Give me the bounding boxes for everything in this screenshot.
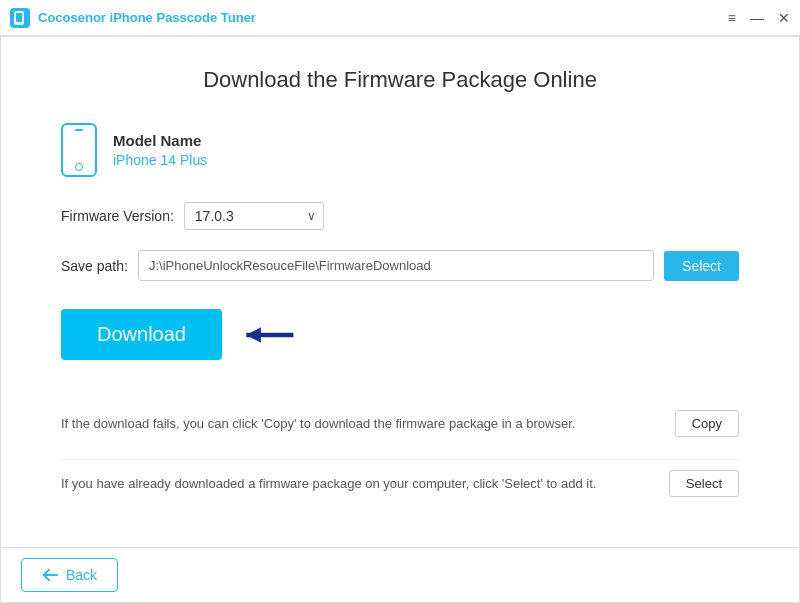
- save-path-input[interactable]: [138, 250, 654, 281]
- info-section: If the download fails, you can click 'Co…: [61, 400, 739, 527]
- back-arrow-icon: [42, 568, 58, 582]
- info-row-select: If you have already downloaded a firmwar…: [61, 459, 739, 507]
- phone-icon: [61, 123, 97, 177]
- model-value: iPhone 14 Plus: [113, 152, 207, 168]
- select-local-button[interactable]: Select: [669, 470, 739, 497]
- model-label: Model Name: [113, 132, 207, 149]
- copy-info-text: If the download fails, you can click 'Co…: [61, 416, 655, 431]
- download-row: Download: [61, 309, 739, 360]
- firmware-select-wrapper: 17.0.3 17.0.2 17.0.1 16.7.2: [184, 202, 324, 230]
- close-button[interactable]: ✕: [778, 11, 790, 25]
- firmware-version-row: Firmware Version: 17.0.3 17.0.2 17.0.1 1…: [61, 202, 739, 230]
- minimize-button[interactable]: —: [750, 11, 764, 25]
- page-title: Download the Firmware Package Online: [61, 67, 739, 93]
- back-label: Back: [66, 567, 97, 583]
- app-icon: [10, 8, 30, 28]
- svg-rect-1: [16, 13, 22, 22]
- content-area: Download the Firmware Package Online Mod…: [1, 37, 799, 547]
- back-button[interactable]: Back: [21, 558, 118, 592]
- footer: Back: [1, 547, 799, 602]
- model-section: Model Name iPhone 14 Plus: [61, 123, 739, 177]
- app-title: Cocosenor iPhone Passcode Tuner: [38, 10, 728, 25]
- menu-icon[interactable]: ≡: [728, 11, 736, 25]
- arrow-icon: [242, 321, 302, 349]
- title-bar: Cocosenor iPhone Passcode Tuner ≡ — ✕: [0, 0, 800, 36]
- copy-button[interactable]: Copy: [675, 410, 739, 437]
- firmware-select[interactable]: 17.0.3 17.0.2 17.0.1 16.7.2: [184, 202, 324, 230]
- select-info-text: If you have already downloaded a firmwar…: [61, 476, 649, 491]
- save-path-select-button[interactable]: Select: [664, 251, 739, 281]
- main-window: Download the Firmware Package Online Mod…: [0, 36, 800, 603]
- svg-marker-3: [246, 327, 261, 342]
- model-info: Model Name iPhone 14 Plus: [113, 132, 207, 168]
- window-controls: ≡ — ✕: [728, 11, 790, 25]
- info-row-copy: If the download fails, you can click 'Co…: [61, 400, 739, 447]
- save-path-label: Save path:: [61, 258, 128, 274]
- download-button[interactable]: Download: [61, 309, 222, 360]
- firmware-label: Firmware Version:: [61, 208, 174, 224]
- save-path-row: Save path: Select: [61, 250, 739, 281]
